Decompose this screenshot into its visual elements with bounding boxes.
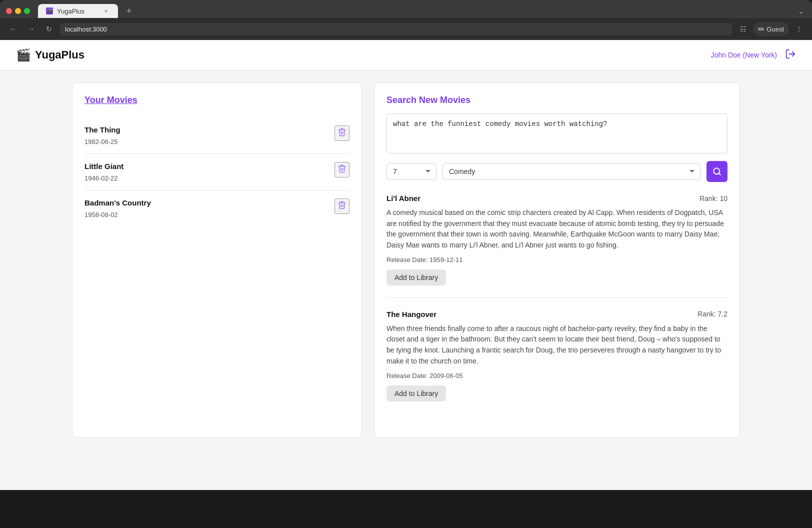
- app-logo: 🎬 YugaPlus: [16, 48, 84, 62]
- search-result-item: The Hangover Rank: 7.2 When three friend…: [386, 310, 728, 414]
- delete-movie-button[interactable]: [334, 126, 350, 141]
- add-to-library-button[interactable]: Add to Library: [386, 270, 446, 286]
- tab-bar: 🎬 YugaPlus × + ⌄: [0, 0, 812, 18]
- result-title: Li'l Abner: [386, 194, 420, 202]
- movie-item: Little Giant 1946-02-22: [84, 154, 350, 190]
- search-controls: 75101520 ComedyActionDramaHorrorSci-FiTh…: [386, 161, 728, 182]
- result-title: The Hangover: [386, 310, 436, 318]
- result-rank: Rank: 7.2: [698, 310, 728, 318]
- search-result-item: Li'l Abner Rank: 10 A comedy musical bas…: [386, 194, 728, 298]
- reader-view-button[interactable]: ☷: [736, 22, 750, 36]
- result-release-date: Release Date: 1959-12-11: [386, 256, 728, 264]
- trash-icon: [338, 200, 346, 210]
- your-movies-title: Your Movies: [84, 95, 350, 106]
- result-header: The Hangover Rank: 7.2: [386, 310, 728, 318]
- result-description: A comedy musical based on the comic stri…: [386, 208, 728, 251]
- trash-icon: [338, 128, 346, 136]
- traffic-light-red[interactable]: [6, 8, 12, 14]
- add-to-library-button[interactable]: Add to Library: [386, 386, 446, 402]
- your-movies-panel: Your Movies The Thing 1982-06-25: [72, 82, 362, 438]
- browser-menu-button[interactable]: ⋮: [792, 22, 806, 36]
- traffic-light-green[interactable]: [24, 8, 30, 14]
- logo-icon: 🎬: [16, 48, 31, 62]
- movie-title: Little Giant: [84, 162, 124, 170]
- movie-info: Badman's Country 1958-08-02: [84, 198, 151, 218]
- movie-date: 1958-08-02: [84, 211, 151, 218]
- active-tab[interactable]: 🎬 YugaPlus ×: [38, 4, 118, 18]
- movie-list: The Thing 1982-06-25 Little Giant 1946-0…: [84, 118, 350, 226]
- svg-line-2: [718, 173, 720, 174]
- forward-button[interactable]: →: [24, 22, 38, 36]
- result-rank: Rank: 10: [700, 194, 728, 202]
- search-movies-panel: Search New Movies 75101520 ComedyActionD…: [374, 82, 740, 438]
- guest-label: Guest: [766, 26, 784, 33]
- browser-chrome: 🎬 YugaPlus × + ⌄ ← → ↻ ☷ ✏ Guest ⋮ 🎬 Yug…: [0, 0, 812, 490]
- genre-select[interactable]: ComedyActionDramaHorrorSci-FiThrillerRom…: [442, 163, 700, 180]
- movie-date: 1946-02-22: [84, 174, 124, 182]
- header-right: John Doe (New York): [711, 48, 796, 62]
- logout-icon[interactable]: [785, 48, 796, 62]
- user-name[interactable]: John Doe (New York): [711, 51, 777, 59]
- result-description: When three friends finally come to after…: [386, 324, 728, 367]
- movie-info: The Thing 1982-06-25: [84, 126, 120, 146]
- address-bar-row: ← → ↻ ☷ ✏ Guest ⋮: [0, 18, 812, 40]
- trash-icon: [338, 164, 346, 173]
- delete-movie-button[interactable]: [334, 162, 350, 178]
- movie-title: Badman's Country: [84, 198, 151, 207]
- back-button[interactable]: ←: [6, 22, 20, 36]
- new-tab-button[interactable]: +: [122, 4, 136, 18]
- browser-menu[interactable]: ⌄: [798, 7, 806, 15]
- movie-title: The Thing: [84, 126, 120, 134]
- address-input[interactable]: [60, 23, 732, 36]
- count-select[interactable]: 75101520: [386, 163, 436, 180]
- app-window: 🎬 YugaPlus John Doe (New York) Your Movi…: [0, 40, 812, 490]
- search-button[interactable]: [706, 161, 728, 182]
- traffic-lights: [6, 8, 30, 14]
- results-list: Li'l Abner Rank: 10 A comedy musical bas…: [386, 194, 728, 414]
- traffic-light-yellow[interactable]: [15, 8, 21, 14]
- delete-movie-button[interactable]: [334, 198, 350, 214]
- search-movies-title: Search New Movies: [386, 95, 728, 106]
- refresh-button[interactable]: ↻: [42, 22, 56, 36]
- movie-item: The Thing 1982-06-25: [84, 118, 350, 154]
- main-layout: Your Movies The Thing 1982-06-25: [56, 70, 756, 450]
- tab-close-button[interactable]: ×: [102, 7, 110, 15]
- movie-item: Badman's Country 1958-08-02: [84, 190, 350, 226]
- app-header: 🎬 YugaPlus John Doe (New York): [0, 40, 812, 70]
- tab-favicon: 🎬: [46, 8, 53, 14]
- result-release-date: Release Date: 2009-06-05: [386, 372, 728, 380]
- movie-info: Little Giant 1946-02-22: [84, 162, 124, 182]
- tab-title: YugaPlus: [57, 8, 84, 15]
- movie-date: 1982-06-25: [84, 138, 120, 146]
- app-name: YugaPlus: [35, 48, 84, 62]
- guest-profile-button[interactable]: ✏ Guest: [753, 22, 789, 36]
- search-icon: [712, 167, 722, 176]
- browser-actions: ☷ ✏ Guest ⋮: [736, 22, 806, 36]
- search-textarea[interactable]: [386, 114, 728, 154]
- result-header: Li'l Abner Rank: 10: [386, 194, 728, 202]
